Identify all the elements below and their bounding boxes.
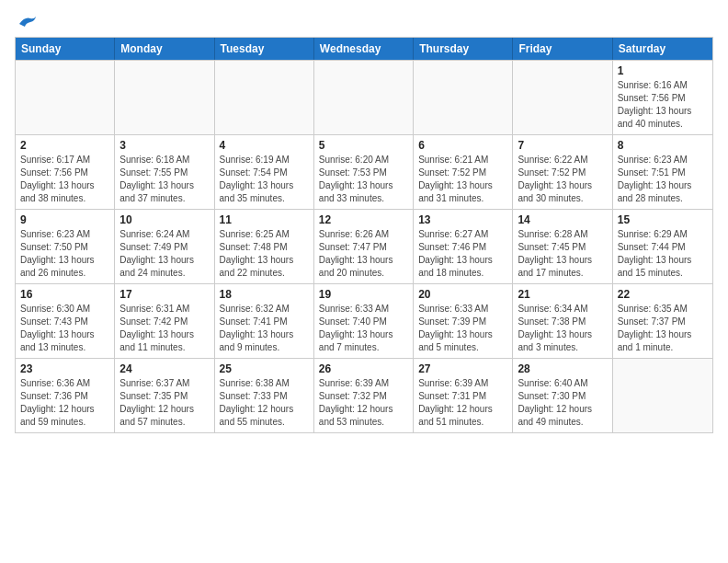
table-row: 8Sunrise: 6:23 AM Sunset: 7:51 PM Daylig… (613, 135, 712, 209)
day-number: 2 (20, 139, 109, 152)
day-number: 25 (220, 362, 309, 375)
day-info: Sunrise: 6:37 AM Sunset: 7:35 PM Dayligh… (119, 377, 209, 429)
day-number: 10 (119, 213, 209, 226)
table-row: 1Sunrise: 6:16 AM Sunset: 7:56 PM Daylig… (613, 61, 712, 134)
header (15, 15, 713, 31)
day-number: 24 (119, 362, 209, 375)
header-day-thursday: Thursday (414, 38, 513, 60)
table-row: 19Sunrise: 6:33 AM Sunset: 7:40 PM Dayli… (314, 284, 414, 358)
table-row: 15Sunrise: 6:29 AM Sunset: 7:44 PM Dayli… (613, 210, 712, 283)
day-number: 16 (20, 288, 109, 301)
table-row: 17Sunrise: 6:31 AM Sunset: 7:42 PM Dayli… (115, 284, 214, 358)
day-info: Sunrise: 6:31 AM Sunset: 7:42 PM Dayligh… (119, 303, 209, 354)
table-row: 7Sunrise: 6:22 AM Sunset: 7:52 PM Daylig… (513, 135, 612, 209)
day-number: 12 (319, 213, 408, 226)
table-row: 13Sunrise: 6:27 AM Sunset: 7:46 PM Dayli… (414, 210, 513, 283)
day-info: Sunrise: 6:25 AM Sunset: 7:48 PM Dayligh… (220, 228, 309, 280)
table-row: 28Sunrise: 6:40 AM Sunset: 7:30 PM Dayli… (513, 359, 612, 432)
table-row (513, 61, 612, 134)
day-info: Sunrise: 6:35 AM Sunset: 7:37 PM Dayligh… (618, 303, 708, 354)
table-row: 9Sunrise: 6:23 AM Sunset: 7:50 PM Daylig… (16, 210, 115, 283)
page: SundayMondayTuesdayWednesdayThursdayFrid… (0, 0, 728, 442)
day-info: Sunrise: 6:33 AM Sunset: 7:39 PM Dayligh… (418, 303, 507, 354)
day-number: 9 (20, 213, 109, 226)
table-row: 2Sunrise: 6:17 AM Sunset: 7:56 PM Daylig… (16, 135, 115, 209)
day-info: Sunrise: 6:22 AM Sunset: 7:52 PM Dayligh… (518, 154, 607, 205)
table-row: 10Sunrise: 6:24 AM Sunset: 7:49 PM Dayli… (115, 210, 214, 283)
day-info: Sunrise: 6:27 AM Sunset: 7:46 PM Dayligh… (418, 228, 507, 280)
table-row: 22Sunrise: 6:35 AM Sunset: 7:37 PM Dayli… (613, 284, 712, 358)
logo (15, 15, 38, 31)
table-row: 20Sunrise: 6:33 AM Sunset: 7:39 PM Dayli… (414, 284, 513, 358)
calendar-week-2: 2Sunrise: 6:17 AM Sunset: 7:56 PM Daylig… (16, 134, 712, 209)
calendar-header: SundayMondayTuesdayWednesdayThursdayFrid… (16, 38, 712, 60)
day-info: Sunrise: 6:26 AM Sunset: 7:47 PM Dayligh… (319, 228, 408, 280)
table-row: 27Sunrise: 6:39 AM Sunset: 7:31 PM Dayli… (414, 359, 513, 432)
day-info: Sunrise: 6:36 AM Sunset: 7:36 PM Dayligh… (20, 377, 109, 429)
table-row: 12Sunrise: 6:26 AM Sunset: 7:47 PM Dayli… (314, 210, 414, 283)
day-number: 28 (518, 362, 607, 375)
calendar-week-5: 23Sunrise: 6:36 AM Sunset: 7:36 PM Dayli… (16, 358, 712, 432)
day-number: 26 (319, 362, 408, 375)
header-day-monday: Monday (115, 38, 214, 60)
day-number: 11 (220, 213, 309, 226)
day-info: Sunrise: 6:24 AM Sunset: 7:49 PM Dayligh… (119, 228, 209, 280)
table-row: 6Sunrise: 6:21 AM Sunset: 7:52 PM Daylig… (414, 135, 513, 209)
header-day-wednesday: Wednesday (314, 38, 414, 60)
day-info: Sunrise: 6:16 AM Sunset: 7:56 PM Dayligh… (618, 79, 708, 131)
table-row: 25Sunrise: 6:38 AM Sunset: 7:33 PM Dayli… (215, 359, 314, 432)
day-info: Sunrise: 6:20 AM Sunset: 7:53 PM Dayligh… (319, 154, 408, 205)
day-info: Sunrise: 6:23 AM Sunset: 7:51 PM Dayligh… (618, 154, 708, 205)
day-info: Sunrise: 6:30 AM Sunset: 7:43 PM Dayligh… (20, 303, 109, 354)
table-row (613, 359, 712, 432)
day-number: 22 (618, 288, 708, 301)
table-row (314, 61, 414, 134)
logo-bird-icon (17, 15, 38, 31)
day-info: Sunrise: 6:33 AM Sunset: 7:40 PM Dayligh… (319, 303, 408, 354)
table-row (115, 61, 214, 134)
day-info: Sunrise: 6:39 AM Sunset: 7:31 PM Dayligh… (418, 377, 507, 429)
day-number: 14 (518, 213, 607, 226)
day-number: 3 (119, 139, 209, 152)
day-info: Sunrise: 6:39 AM Sunset: 7:32 PM Dayligh… (319, 377, 408, 429)
day-number: 21 (518, 288, 607, 301)
header-day-saturday: Saturday (613, 38, 712, 60)
day-number: 7 (518, 139, 607, 152)
day-number: 15 (618, 213, 708, 226)
day-info: Sunrise: 6:38 AM Sunset: 7:33 PM Dayligh… (220, 377, 309, 429)
calendar-week-4: 16Sunrise: 6:30 AM Sunset: 7:43 PM Dayli… (16, 283, 712, 358)
table-row: 11Sunrise: 6:25 AM Sunset: 7:48 PM Dayli… (215, 210, 314, 283)
table-row (16, 61, 115, 134)
day-number: 8 (618, 139, 708, 152)
day-number: 4 (220, 139, 309, 152)
table-row (215, 61, 314, 134)
day-info: Sunrise: 6:23 AM Sunset: 7:50 PM Dayligh… (20, 228, 109, 280)
day-info: Sunrise: 6:18 AM Sunset: 7:55 PM Dayligh… (119, 154, 209, 205)
day-number: 17 (119, 288, 209, 301)
day-info: Sunrise: 6:34 AM Sunset: 7:38 PM Dayligh… (518, 303, 607, 354)
calendar-body: 1Sunrise: 6:16 AM Sunset: 7:56 PM Daylig… (16, 60, 712, 432)
table-row: 3Sunrise: 6:18 AM Sunset: 7:55 PM Daylig… (115, 135, 214, 209)
day-info: Sunrise: 6:17 AM Sunset: 7:56 PM Dayligh… (20, 154, 109, 205)
table-row: 5Sunrise: 6:20 AM Sunset: 7:53 PM Daylig… (314, 135, 414, 209)
day-number: 5 (319, 139, 408, 152)
day-info: Sunrise: 6:29 AM Sunset: 7:44 PM Dayligh… (618, 228, 708, 280)
header-day-friday: Friday (513, 38, 612, 60)
table-row: 23Sunrise: 6:36 AM Sunset: 7:36 PM Dayli… (16, 359, 115, 432)
table-row: 21Sunrise: 6:34 AM Sunset: 7:38 PM Dayli… (513, 284, 612, 358)
day-number: 20 (418, 288, 507, 301)
day-number: 18 (220, 288, 309, 301)
day-number: 13 (418, 213, 507, 226)
day-info: Sunrise: 6:40 AM Sunset: 7:30 PM Dayligh… (518, 377, 607, 429)
table-row: 14Sunrise: 6:28 AM Sunset: 7:45 PM Dayli… (513, 210, 612, 283)
calendar-week-3: 9Sunrise: 6:23 AM Sunset: 7:50 PM Daylig… (16, 209, 712, 283)
table-row: 26Sunrise: 6:39 AM Sunset: 7:32 PM Dayli… (314, 359, 414, 432)
day-info: Sunrise: 6:28 AM Sunset: 7:45 PM Dayligh… (518, 228, 607, 280)
header-day-sunday: Sunday (16, 38, 115, 60)
day-number: 19 (319, 288, 408, 301)
header-day-tuesday: Tuesday (215, 38, 314, 60)
table-row: 18Sunrise: 6:32 AM Sunset: 7:41 PM Dayli… (215, 284, 314, 358)
day-number: 23 (20, 362, 109, 375)
day-number: 1 (618, 64, 708, 77)
table-row: 24Sunrise: 6:37 AM Sunset: 7:35 PM Dayli… (115, 359, 214, 432)
